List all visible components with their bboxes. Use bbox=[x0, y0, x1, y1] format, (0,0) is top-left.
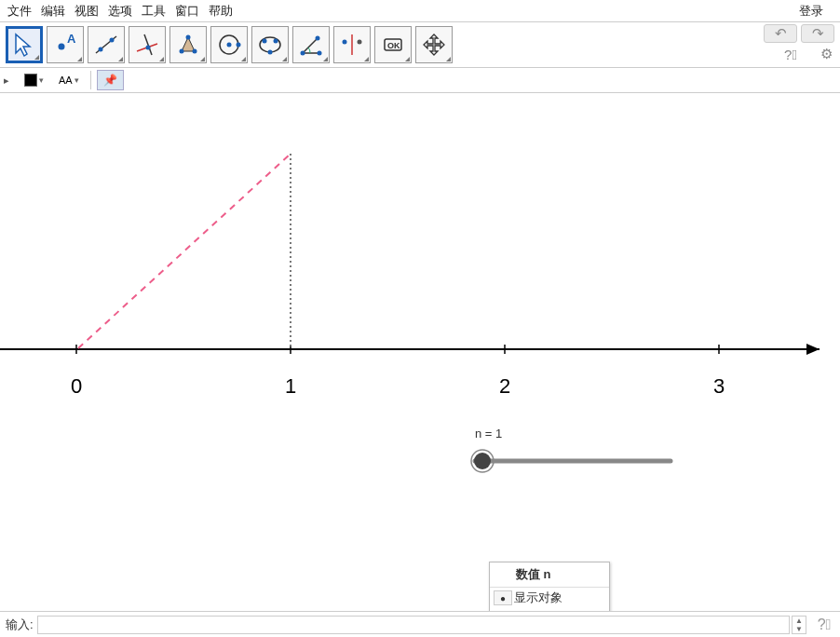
svg-point-19 bbox=[316, 36, 320, 41]
segment-dashed[interactable] bbox=[78, 154, 291, 348]
svg-point-10 bbox=[186, 35, 191, 40]
slider-thumb[interactable] bbox=[474, 453, 491, 469]
tick-2: 2 bbox=[499, 374, 510, 398]
color-picker-button[interactable]: ▾ bbox=[19, 70, 49, 90]
svg-point-20 bbox=[318, 51, 322, 56]
svg-point-8 bbox=[180, 49, 184, 54]
tool-point[interactable]: A bbox=[47, 26, 84, 63]
tool-transform[interactable] bbox=[333, 26, 371, 63]
svg-point-22 bbox=[343, 40, 347, 45]
pin-button[interactable]: 📌 bbox=[97, 70, 124, 90]
slider-label: n = 1 bbox=[475, 427, 502, 440]
svg-point-16 bbox=[274, 39, 278, 44]
input-help-icon[interactable]: ?⃝ bbox=[814, 615, 834, 635]
tool-move-view[interactable] bbox=[415, 26, 453, 63]
help-icon[interactable]: ?⃝ bbox=[782, 46, 799, 62]
menu-tools[interactable]: 工具 bbox=[142, 3, 166, 20]
show-object-icon: ● bbox=[494, 590, 512, 605]
svg-point-4 bbox=[110, 38, 115, 43]
tick-0: 0 bbox=[71, 374, 82, 398]
ctx-show-object[interactable]: ●显示对象 bbox=[490, 588, 609, 608]
svg-point-23 bbox=[358, 40, 362, 45]
history-spinner[interactable]: ▲▼ bbox=[792, 616, 806, 634]
svg-point-18 bbox=[301, 51, 305, 56]
canvas-svg: 0 1 2 3 n = 1 bbox=[0, 93, 840, 615]
svg-point-9 bbox=[193, 49, 197, 54]
redo-button[interactable]: ↷ bbox=[801, 24, 834, 43]
svg-point-7 bbox=[146, 46, 151, 50]
command-input[interactable] bbox=[37, 616, 790, 634]
svg-point-15 bbox=[263, 39, 267, 44]
tool-perpendicular[interactable] bbox=[129, 26, 166, 63]
tool-polygon[interactable] bbox=[169, 26, 207, 63]
menu-file[interactable]: 文件 bbox=[7, 3, 32, 20]
login-link[interactable]: 登录 bbox=[799, 3, 823, 20]
stylebar-chevron-icon[interactable]: ▸ bbox=[4, 75, 17, 87]
undo-button[interactable]: ↶ bbox=[764, 24, 797, 43]
tick-1: 1 bbox=[285, 374, 296, 398]
svg-point-12 bbox=[227, 43, 232, 47]
graphics-view[interactable]: 0 1 2 3 n = 1 数值 n ●显示对象 AA显示标签 启动动画 固定对… bbox=[0, 93, 840, 615]
input-bar: 输入: ▲▼ ?⃝ bbox=[0, 611, 840, 637]
tool-conic[interactable] bbox=[251, 26, 289, 63]
menu-edit[interactable]: 编辑 bbox=[41, 3, 65, 20]
svg-point-17 bbox=[268, 50, 273, 55]
tool-line[interactable] bbox=[88, 26, 125, 63]
svg-point-3 bbox=[99, 47, 103, 52]
menubar: 文件 编辑 视图 选项 工具 窗口 帮助 登录 bbox=[0, 0, 840, 22]
tool-circle[interactable] bbox=[210, 26, 248, 63]
label-mode-button[interactable]: AA ▾ bbox=[53, 70, 85, 90]
menu-options[interactable]: 选项 bbox=[108, 3, 132, 20]
menu-help[interactable]: 帮助 bbox=[209, 3, 233, 20]
tool-move[interactable] bbox=[6, 26, 43, 63]
menu-view[interactable]: 视图 bbox=[75, 3, 99, 20]
svg-point-0 bbox=[59, 44, 65, 50]
toolbar: A OK ↶ ↷ ?⃝ bbox=[0, 22, 840, 67]
svg-line-6 bbox=[144, 34, 152, 55]
menu-window[interactable]: 窗口 bbox=[175, 3, 199, 20]
svg-point-13 bbox=[237, 43, 241, 47]
input-label: 输入: bbox=[6, 617, 34, 633]
tick-3: 3 bbox=[713, 374, 725, 398]
context-menu-title: 数值 n bbox=[490, 562, 609, 588]
pin-icon: 📌 bbox=[103, 74, 117, 87]
svg-text:OK: OK bbox=[387, 41, 400, 50]
svg-text:A: A bbox=[67, 32, 76, 46]
tool-text[interactable]: OK bbox=[374, 26, 412, 63]
gear-icon[interactable]: ⚙ bbox=[818, 46, 834, 62]
tool-angle[interactable] bbox=[292, 26, 330, 63]
stylebar: ▸ ▾ AA ▾ 📌 bbox=[0, 67, 840, 93]
